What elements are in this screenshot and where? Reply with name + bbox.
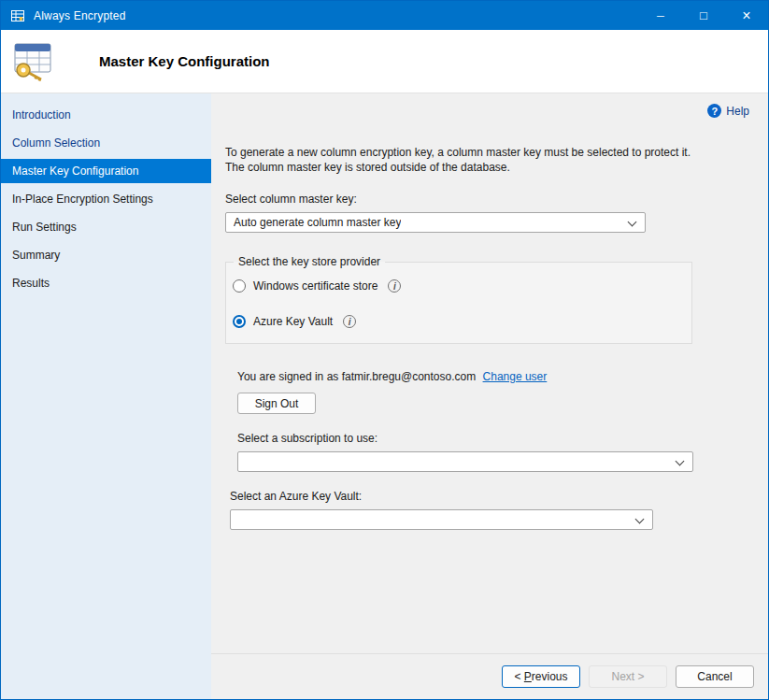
titlebar: Always Encrypted ─ □ × bbox=[1, 1, 768, 30]
master-key-value: Auto generate column master key bbox=[234, 216, 401, 229]
radio-label: Azure Key Vault bbox=[253, 315, 333, 328]
chevron-down-icon bbox=[635, 515, 645, 524]
radio-icon bbox=[233, 279, 246, 293]
vault-dropdown[interactable] bbox=[230, 509, 653, 530]
sidebar-item-summary[interactable]: Summary bbox=[1, 243, 211, 267]
header: Master Key Configuration bbox=[1, 30, 768, 93]
subscription-dropdown[interactable] bbox=[237, 451, 693, 472]
previous-button-prefix: < bbox=[514, 670, 523, 683]
info-icon[interactable]: i bbox=[343, 315, 356, 328]
radio-label: Windows certificate store bbox=[253, 279, 377, 293]
table-key-icon bbox=[9, 39, 62, 84]
sidebar-item-results[interactable]: Results bbox=[1, 271, 211, 295]
sidebar-item-label: Summary bbox=[12, 249, 60, 262]
sidebar-item-label: Master Key Configuration bbox=[12, 164, 138, 178]
radio-azure-key-vault[interactable]: Azure Key Vault i bbox=[233, 315, 682, 328]
sidebar-item-master-key-configuration[interactable]: Master Key Configuration bbox=[1, 159, 211, 183]
always-encrypted-window: Always Encrypted ─ □ × Master Key Config… bbox=[0, 0, 769, 700]
close-button[interactable]: × bbox=[725, 1, 768, 30]
intro-text: To generate a new column encryption key,… bbox=[225, 146, 711, 175]
chevron-down-icon bbox=[628, 218, 637, 227]
sidebar-item-introduction[interactable]: Introduction bbox=[1, 103, 211, 127]
change-user-link[interactable]: Change user bbox=[483, 370, 548, 383]
radio-icon bbox=[233, 315, 246, 328]
info-icon[interactable]: i bbox=[388, 279, 401, 293]
minimize-button[interactable]: ─ bbox=[639, 1, 682, 30]
azure-sign-in-section: You are signed in as fatmir.bregu@contos… bbox=[237, 370, 768, 472]
sign-out-button[interactable]: Sign Out bbox=[237, 393, 316, 414]
help-label: Help bbox=[726, 105, 749, 118]
wizard-steps-sidebar: Introduction Column Selection Master Key… bbox=[1, 93, 211, 699]
maximize-button[interactable]: □ bbox=[682, 1, 725, 30]
key-store-provider-groupbox: Select the key store provider Windows ce… bbox=[225, 255, 692, 344]
sidebar-item-label: Column Selection bbox=[12, 136, 100, 150]
chevron-down-icon bbox=[676, 457, 685, 466]
app-icon bbox=[10, 8, 25, 23]
signed-in-text: You are signed in as fatmir.bregu@contos… bbox=[237, 370, 476, 383]
footer: < Previous Next > Cancel bbox=[211, 653, 768, 699]
sidebar-item-label: In-Place Encryption Settings bbox=[12, 193, 153, 206]
signed-in-row: You are signed in as fatmir.bregu@contos… bbox=[237, 370, 768, 383]
main-panel: ? Help To generate a new column encrypti… bbox=[211, 93, 768, 653]
sidebar-item-run-settings[interactable]: Run Settings bbox=[1, 215, 211, 239]
help-link[interactable]: ? Help bbox=[707, 104, 749, 118]
sidebar-item-label: Run Settings bbox=[12, 221, 77, 234]
master-key-dropdown[interactable]: Auto generate column master key bbox=[225, 212, 646, 233]
radio-windows-certificate-store[interactable]: Windows certificate store i bbox=[233, 279, 682, 293]
previous-button-accesskey: P bbox=[524, 670, 532, 683]
next-button[interactable]: Next > bbox=[589, 665, 667, 688]
sidebar-item-in-place-encryption-settings[interactable]: In-Place Encryption Settings bbox=[1, 187, 211, 211]
sidebar-item-label: Results bbox=[12, 277, 50, 290]
subscription-label: Select a subscription to use: bbox=[237, 432, 768, 445]
sidebar-item-column-selection[interactable]: Column Selection bbox=[1, 131, 211, 155]
sidebar-item-label: Introduction bbox=[12, 108, 71, 121]
main-column: ? Help To generate a new column encrypti… bbox=[211, 93, 768, 699]
vault-label: Select an Azure Key Vault: bbox=[230, 490, 768, 503]
cancel-button[interactable]: Cancel bbox=[676, 665, 754, 688]
page-title: Master Key Configuration bbox=[99, 53, 270, 69]
previous-button[interactable]: < Previous bbox=[502, 665, 580, 688]
previous-button-rest: revious bbox=[532, 670, 568, 683]
master-key-label: Select column master key: bbox=[225, 193, 768, 206]
content: Introduction Column Selection Master Key… bbox=[1, 93, 768, 699]
vault-section: Select an Azure Key Vault: bbox=[230, 490, 768, 530]
window-title: Always Encrypted bbox=[34, 9, 126, 22]
key-store-provider-legend: Select the key store provider bbox=[234, 255, 385, 268]
help-icon: ? bbox=[707, 104, 721, 118]
